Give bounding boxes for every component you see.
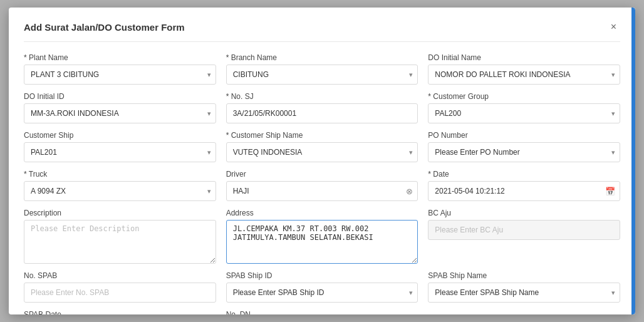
customer-group-label: * Customer Group — [428, 92, 620, 101]
description-group: Description — [24, 209, 216, 264]
modal-overlay: Add Surat Jalan/DO Customer Form × * Pla… — [0, 0, 644, 322]
po-number-select-wrapper[interactable]: Please Enter PO Number — [428, 142, 620, 162]
spab-ship-name-group: SPAB Ship Name Please Enter SPAB Ship Na… — [428, 271, 620, 303]
description-textarea[interactable] — [24, 220, 216, 264]
po-number-select[interactable]: Please Enter PO Number — [428, 142, 620, 162]
spab-ship-name-label: SPAB Ship Name — [428, 271, 620, 280]
do-initial-name-group: DO Initial Name NOMOR DO PALLET ROKI IND… — [428, 53, 620, 85]
do-initial-name-select-wrapper[interactable]: NOMOR DO PALLET ROKI INDONESIA — [428, 65, 620, 85]
customer-ship-select-wrapper[interactable]: PAL201 — [24, 142, 216, 162]
form-grid: * Plant Name PLANT 3 CIBITUNG * Branch N… — [24, 53, 620, 314]
modal-header: Add Surat Jalan/DO Customer Form × — [24, 20, 620, 42]
branch-name-select[interactable]: CIBITUNG — [226, 65, 418, 85]
truck-select[interactable]: A 9094 ZX — [24, 181, 216, 201]
customer-ship-name-label: * Customer Ship Name — [226, 131, 418, 140]
address-textarea[interactable]: JL.CEMPAKA KM.37 RT.003 RW.002 JATIMULYA… — [226, 220, 418, 264]
po-number-group: PO Number Please Enter PO Number — [428, 131, 620, 162]
spab-ship-id-group: SPAB Ship ID Please Enter SPAB Ship ID — [226, 271, 418, 303]
close-button[interactable]: × — [607, 20, 620, 34]
no-dn-label: No. DN — [226, 310, 418, 314]
customer-ship-label: Customer Ship — [24, 131, 216, 140]
no-sj-label: * No. SJ — [226, 92, 418, 101]
branch-name-select-wrapper[interactable]: CIBITUNG — [226, 65, 418, 85]
customer-group-select[interactable]: PAL200 — [428, 103, 620, 123]
address-label: Address — [226, 209, 418, 217]
modal-dialog: Add Surat Jalan/DO Customer Form × * Pla… — [9, 8, 635, 314]
spab-date-label: SPAB Date — [24, 310, 216, 314]
address-group: Address JL.CEMPAKA KM.37 RT.003 RW.002 J… — [226, 209, 418, 264]
do-initial-id-group: DO Initial ID MM-3A.ROKI INDONESIA — [24, 92, 216, 123]
customer-ship-name-select[interactable]: VUTEQ INDONESIA — [226, 142, 418, 162]
truck-select-wrapper[interactable]: A 9094 ZX — [24, 181, 216, 201]
no-dn-group: No. DN — [226, 310, 418, 314]
truck-label: * Truck — [24, 170, 216, 179]
do-initial-id-select[interactable]: MM-3A.ROKI INDONESIA — [24, 103, 216, 123]
driver-clear-icon[interactable]: ⊗ — [406, 187, 413, 196]
po-number-label: PO Number — [428, 131, 620, 140]
bc-aju-group: BC Aju — [428, 209, 620, 264]
customer-ship-name-select-wrapper[interactable]: VUTEQ INDONESIA — [226, 142, 418, 162]
plant-name-select[interactable]: PLANT 3 CIBITUNG — [24, 65, 216, 85]
spab-ship-id-label: SPAB Ship ID — [226, 271, 418, 280]
no-spab-group: No. SPAB — [24, 271, 216, 303]
driver-group: Driver ⊗ — [226, 170, 418, 201]
no-sj-input[interactable] — [226, 103, 418, 123]
plant-name-group: * Plant Name PLANT 3 CIBITUNG — [24, 53, 216, 85]
plant-name-select-wrapper[interactable]: PLANT 3 CIBITUNG — [24, 65, 216, 85]
date-input-wrapper: 📅 — [428, 181, 620, 201]
driver-label: Driver — [226, 170, 418, 179]
date-label: * Date — [428, 170, 620, 179]
blue-accent-bar — [631, 8, 635, 314]
do-initial-name-select[interactable]: NOMOR DO PALLET ROKI INDONESIA — [428, 65, 620, 85]
no-spab-input[interactable] — [24, 283, 216, 303]
empty-placeholder — [428, 310, 620, 314]
customer-group-group: * Customer Group PAL200 — [428, 92, 620, 123]
customer-ship-group: Customer Ship PAL201 — [24, 131, 216, 162]
truck-group: * Truck A 9094 ZX — [24, 170, 216, 201]
spab-ship-id-select[interactable]: Please Enter SPAB Ship ID — [226, 283, 418, 303]
customer-ship-select[interactable]: PAL201 — [24, 142, 216, 162]
do-initial-id-label: DO Initial ID — [24, 92, 216, 101]
bc-aju-input[interactable] — [428, 220, 620, 240]
spab-date-group: SPAB Date 📅 — [24, 310, 216, 314]
branch-name-group: * Branch Name CIBITUNG — [226, 53, 418, 85]
description-label: Description — [24, 209, 216, 217]
do-initial-id-select-wrapper[interactable]: MM-3A.ROKI INDONESIA — [24, 103, 216, 123]
calendar-icon[interactable]: 📅 — [605, 187, 615, 196]
spab-ship-name-select-wrapper[interactable]: Please Enter SPAB Ship Name — [428, 283, 620, 303]
customer-group-select-wrapper[interactable]: PAL200 — [428, 103, 620, 123]
no-spab-label: No. SPAB — [24, 271, 216, 280]
no-sj-group: * No. SJ — [226, 92, 418, 123]
spab-ship-id-select-wrapper[interactable]: Please Enter SPAB Ship ID — [226, 283, 418, 303]
date-group: * Date 📅 — [428, 170, 620, 201]
do-initial-name-label: DO Initial Name — [428, 53, 620, 62]
customer-ship-name-group: * Customer Ship Name VUTEQ INDONESIA — [226, 131, 418, 162]
driver-input-wrapper: ⊗ — [226, 181, 418, 201]
plant-name-label: * Plant Name — [24, 53, 216, 62]
spab-ship-name-select[interactable]: Please Enter SPAB Ship Name — [428, 283, 620, 303]
driver-input[interactable] — [226, 181, 418, 201]
branch-name-label: * Branch Name — [226, 53, 418, 62]
bc-aju-label: BC Aju — [428, 209, 620, 217]
date-input[interactable] — [428, 181, 620, 201]
modal-title: Add Surat Jalan/DO Customer Form — [24, 22, 185, 33]
